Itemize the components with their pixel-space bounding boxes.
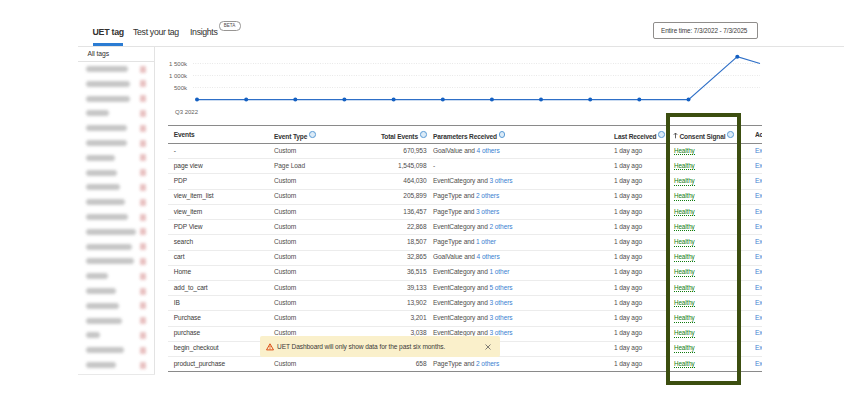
svg-text:Q3 2022: Q3 2022 — [175, 109, 199, 115]
svg-text:1 500k: 1 500k — [169, 61, 188, 67]
svg-text:500k: 500k — [174, 85, 188, 91]
svg-text:1 000k: 1 000k — [169, 73, 188, 79]
